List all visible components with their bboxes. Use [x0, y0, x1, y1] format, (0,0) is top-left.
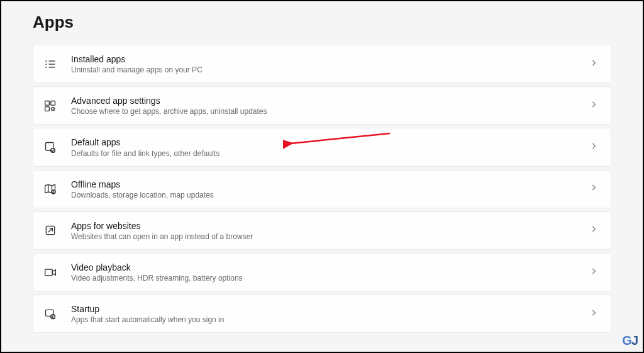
item-desc: Video adjustments, HDR streaming, batter… — [71, 274, 589, 283]
item-desc: Websites that can open in an app instead… — [71, 232, 589, 241]
chevron-right-icon — [589, 183, 598, 194]
default-apps-icon — [43, 140, 57, 154]
startup-icon — [43, 307, 57, 321]
svg-rect-20 — [45, 269, 53, 276]
chevron-right-icon — [589, 267, 598, 278]
item-title: Video playback — [71, 262, 589, 273]
svg-point-1 — [45, 64, 47, 65]
svg-point-2 — [45, 67, 47, 68]
chevron-right-icon — [589, 308, 598, 320]
svg-marker-21 — [52, 269, 55, 274]
page-title: Apps — [33, 13, 611, 32]
svg-rect-8 — [45, 106, 50, 111]
apps-gear-icon — [43, 99, 57, 113]
item-title: Offline maps — [71, 179, 589, 190]
settings-item-installed-apps[interactable]: Installed apps Uninstall and manage apps… — [33, 45, 611, 83]
chevron-right-icon — [589, 225, 598, 236]
settings-item-apps-for-websites[interactable]: Apps for websites Websites that can open… — [33, 211, 611, 250]
item-desc: Defaults for file and link types, other … — [71, 149, 589, 158]
item-title: Default apps — [71, 137, 589, 148]
item-title: Advanced app settings — [71, 95, 589, 106]
svg-point-0 — [45, 60, 47, 62]
video-icon — [43, 266, 57, 279]
item-desc: Choose where to get apps, archive apps, … — [71, 107, 589, 116]
chevron-right-icon — [589, 142, 598, 153]
settings-item-startup[interactable]: Startup Apps that start automatically wh… — [33, 294, 611, 333]
item-desc: Downloads, storage location, map updates — [71, 191, 589, 199]
watermark-logo: GJ — [622, 333, 638, 348]
settings-item-video-playback[interactable]: Video playback Video adjustments, HDR st… — [33, 253, 611, 291]
item-title: Startup — [71, 303, 589, 315]
open-external-icon — [43, 223, 57, 237]
list-icon — [43, 57, 57, 71]
chevron-right-icon — [589, 100, 598, 111]
item-title: Installed apps — [71, 53, 589, 65]
item-desc: Uninstall and manage apps on your PC — [71, 65, 589, 74]
apps-settings-list: Installed apps Uninstall and manage apps… — [33, 45, 611, 333]
svg-line-19 — [48, 228, 53, 233]
svg-rect-7 — [51, 101, 55, 105]
item-title: Apps for websites — [71, 220, 589, 232]
svg-rect-6 — [45, 101, 50, 105]
settings-item-advanced-app-settings[interactable]: Advanced app settings Choose where to ge… — [33, 86, 611, 125]
item-desc: Apps that start automatically when you s… — [71, 315, 589, 324]
settings-item-offline-maps[interactable]: Offline maps Downloads, storage location… — [33, 170, 611, 208]
chevron-right-icon — [589, 59, 598, 70]
map-icon — [43, 182, 57, 196]
settings-item-default-apps[interactable]: Default apps Defaults for file and link … — [33, 128, 611, 166]
